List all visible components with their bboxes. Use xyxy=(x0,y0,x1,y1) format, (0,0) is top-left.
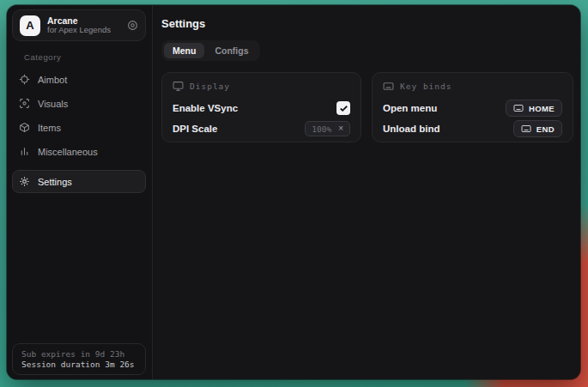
sidebar: A Arcane for Apex Legends Category Aimbo… xyxy=(7,5,153,379)
menu-overlay: A Arcane for Apex Legends Category Aimbo… xyxy=(7,5,580,379)
sidebar-item-label: Aimbot xyxy=(38,75,67,85)
vsync-label: Enable VSync xyxy=(173,103,238,113)
vsync-row: Enable VSync xyxy=(173,99,350,118)
open-menu-bind-button[interactable]: HOME xyxy=(506,100,562,117)
dpi-scale-input[interactable]: 100% × xyxy=(305,121,350,136)
circled-dot-icon[interactable] xyxy=(127,20,138,31)
eye-scan-icon xyxy=(19,98,30,109)
unload-bind-key: END xyxy=(536,124,555,134)
brand-text: Arcane for Apex Legends xyxy=(47,15,120,35)
main-content: Settings Menu Configs Display Enable VSy… xyxy=(153,5,580,379)
open-menu-bind-key: HOME xyxy=(529,104,555,113)
dpi-scale-label: DPI Scale xyxy=(173,124,217,134)
dpi-scale-row: DPI Scale 100% × xyxy=(173,119,350,138)
crosshair-icon xyxy=(19,74,30,85)
unload-bind-row: Unload bind END xyxy=(383,119,562,138)
page-title: Settings xyxy=(161,17,573,30)
package-icon xyxy=(19,122,30,133)
open-menu-label: Open menu xyxy=(383,103,437,113)
gear-icon xyxy=(19,176,30,187)
sub-expiry-text: Sub expires in 9d 23h xyxy=(21,349,136,359)
session-duration-text: Session duration 3m 26s xyxy=(21,360,136,369)
checkmark-icon xyxy=(339,104,349,113)
sidebar-item-items[interactable]: Items xyxy=(12,116,146,139)
keyboard-icon xyxy=(513,103,524,113)
sidebar-item-label: Visuals xyxy=(38,99,68,109)
keyboard-icon xyxy=(521,124,531,134)
bars-icon xyxy=(19,146,30,157)
category-label: Category xyxy=(24,52,152,62)
brand-logo: A xyxy=(20,15,40,36)
sidebar-item-label: Miscellaneous xyxy=(38,147,98,157)
tab-configs[interactable]: Configs xyxy=(206,43,257,58)
display-card: Display Enable VSync DPI Scale 100% × xyxy=(161,72,361,142)
clear-icon[interactable]: × xyxy=(338,124,343,133)
unload-bind-button[interactable]: END xyxy=(513,120,562,137)
settings-cards: Display Enable VSync DPI Scale 100% × xyxy=(161,72,573,142)
unload-bind-label: Unload bind xyxy=(383,124,439,134)
subscription-info-card: Sub expires in 9d 23h Session duration 3… xyxy=(12,343,146,375)
open-menu-row: Open menu HOME xyxy=(383,99,562,118)
keybinds-card: Key binds Open menu HOME Unload bin xyxy=(372,72,573,142)
tab-bar: Menu Configs xyxy=(161,40,260,61)
display-card-title: Display xyxy=(190,82,230,91)
tab-menu[interactable]: Menu xyxy=(164,43,204,58)
sidebar-item-aimbot[interactable]: Aimbot xyxy=(12,68,146,91)
sidebar-item-settings[interactable]: Settings xyxy=(12,170,146,193)
sidebar-item-label: Items xyxy=(38,123,61,133)
keybinds-card-title: Key binds xyxy=(400,82,452,91)
sidebar-item-label: Settings xyxy=(38,177,72,187)
vsync-checkbox[interactable] xyxy=(336,101,350,115)
sidebar-item-visuals[interactable]: Visuals xyxy=(12,92,146,115)
brand-subtitle: for Apex Legends xyxy=(47,26,120,35)
sidebar-nav: Aimbot Visuals Items xyxy=(7,68,152,193)
monitor-icon xyxy=(173,81,184,92)
sidebar-item-miscellaneous[interactable]: Miscellaneous xyxy=(12,140,146,163)
brand-card: A Arcane for Apex Legends xyxy=(12,9,146,41)
keyboard-icon xyxy=(383,81,394,92)
dpi-scale-value: 100% xyxy=(312,124,331,134)
